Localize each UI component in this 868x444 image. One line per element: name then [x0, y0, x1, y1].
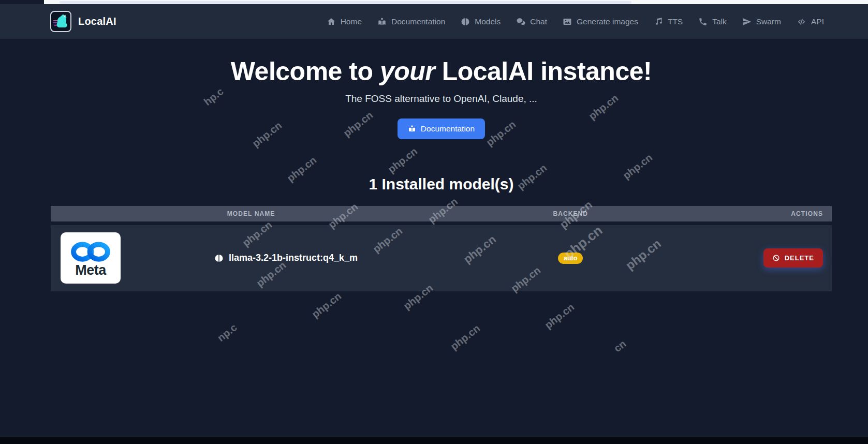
- ban-icon: [772, 254, 780, 262]
- nav-item-home[interactable]: Home: [327, 17, 362, 26]
- column-header-backend: BACKEND: [451, 210, 689, 217]
- actions-cell: DELETE: [689, 248, 832, 268]
- nav-item-models[interactable]: Models: [461, 17, 501, 26]
- models-table: MODEL NAME BACKEND ACTIONS Meta: [51, 206, 832, 291]
- nav-label: TTS: [668, 17, 683, 26]
- hero-subtitle: The FOSS alternative to OpenAI, Claude, …: [51, 93, 832, 105]
- nav-label: Chat: [530, 17, 547, 26]
- watermark-text: php.cn: [448, 322, 482, 352]
- title-post: LocalAI instance!: [435, 57, 652, 86]
- brain-icon: [461, 17, 470, 26]
- brain-icon: [214, 254, 224, 263]
- image-icon: [563, 17, 572, 26]
- documentation-button[interactable]: Documentation: [398, 119, 485, 139]
- localai-llama-logo-icon: [50, 11, 71, 32]
- watermark-text: np.c: [215, 321, 240, 344]
- nav-links: Home Documentation Models Chat Generate …: [327, 17, 824, 26]
- documentation-button-label: Documentation: [421, 124, 475, 134]
- meta-infinity-icon: [67, 238, 114, 265]
- model-name: llama-3.2-1b-instruct:q4_k_m: [121, 253, 451, 263]
- model-table-row: Meta llama-3.2-1b-instruct:q4_k_m auto D…: [51, 225, 832, 291]
- page-title: Welcome to your LocalAI instance!: [51, 57, 832, 86]
- browser-top-strip: [44, 0, 868, 4]
- urlbar-remnant: [60, 1, 631, 4]
- main-content: Welcome to your LocalAI instance! The FO…: [51, 57, 832, 291]
- nav-item-api[interactable]: API: [797, 17, 824, 26]
- paper-plane-icon: [742, 17, 752, 26]
- column-header-actions: ACTIONS: [689, 210, 832, 217]
- chat-icon: [516, 17, 525, 26]
- book-icon: [408, 125, 416, 133]
- nav-label: Models: [475, 17, 501, 26]
- llama-icon: [52, 12, 70, 31]
- bottom-strip: [0, 437, 868, 444]
- meta-logo: Meta: [61, 232, 121, 284]
- nav-item-tts[interactable]: TTS: [654, 17, 683, 26]
- installed-models-heading: 1 Installed model(s): [51, 175, 832, 193]
- nav-label: Talk: [712, 17, 727, 26]
- nav-label: Home: [341, 17, 362, 26]
- column-header-model-name: MODEL NAME: [51, 210, 451, 217]
- backend-cell: auto: [451, 253, 689, 264]
- nav-label: Swarm: [756, 17, 781, 26]
- model-name-text: llama-3.2-1b-instruct:q4_k_m: [229, 253, 358, 263]
- brand-link[interactable]: LocalAI: [50, 11, 116, 32]
- delete-button[interactable]: DELETE: [763, 248, 823, 268]
- nav-item-swarm[interactable]: Swarm: [742, 17, 781, 26]
- nav-item-generate-images[interactable]: Generate images: [563, 17, 638, 26]
- nav-item-talk[interactable]: Talk: [698, 17, 727, 26]
- table-header-row: MODEL NAME BACKEND ACTIONS: [51, 206, 832, 221]
- title-emphasis: your: [380, 57, 435, 86]
- home-icon: [327, 17, 336, 26]
- brand-name: LocalAI: [78, 16, 116, 27]
- music-icon: [654, 17, 663, 26]
- nav-label: Generate images: [577, 17, 638, 26]
- watermark-text: cn: [612, 338, 629, 354]
- nav-item-documentation[interactable]: Documentation: [377, 17, 445, 26]
- nav-item-chat[interactable]: Chat: [516, 17, 547, 26]
- title-pre: Welcome to: [231, 57, 380, 86]
- nav-label: API: [811, 17, 824, 26]
- phone-icon: [698, 17, 708, 26]
- watermark-text: php.cn: [310, 290, 344, 320]
- navbar: LocalAI Home Documentation Models Chat G…: [0, 4, 868, 39]
- nav-label: Documentation: [391, 17, 445, 26]
- book-reader-icon: [377, 17, 387, 26]
- meta-logo-text: Meta: [75, 262, 106, 278]
- watermark-text: php.cn: [542, 301, 577, 331]
- code-icon: [797, 17, 806, 26]
- model-name-cell: Meta llama-3.2-1b-instruct:q4_k_m: [51, 225, 451, 291]
- delete-button-label: DELETE: [785, 254, 814, 262]
- backend-badge: auto: [558, 253, 583, 264]
